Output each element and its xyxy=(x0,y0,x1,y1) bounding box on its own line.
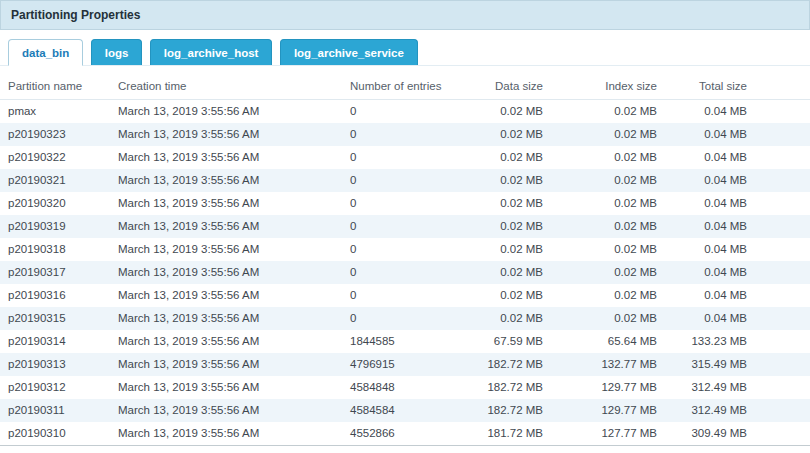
cell-data-size: 182.72 MB xyxy=(460,399,551,422)
cell-data-size: 0.02 MB xyxy=(460,238,551,261)
table-row: p20190317 March 13, 2019 3:55:56 AM 0 0.… xyxy=(0,261,810,284)
table-row: p20190311 March 13, 2019 3:55:56 AM 4584… xyxy=(0,399,810,422)
cell-creation-time: March 13, 2019 3:55:56 AM xyxy=(110,169,342,192)
cell-index-size: 0.02 MB xyxy=(551,100,665,124)
cell-creation-time: March 13, 2019 3:55:56 AM xyxy=(110,238,342,261)
cell-data-size: 0.02 MB xyxy=(460,261,551,284)
tab-bar: data_bin logs log_archive_host log_archi… xyxy=(0,39,810,66)
cell-partition-name: p20190319 xyxy=(0,215,110,238)
cell-number-of-entries: 4552866 xyxy=(342,422,460,446)
cell-total-size: 0.04 MB xyxy=(665,169,810,192)
cell-index-size: 0.02 MB xyxy=(551,307,665,330)
col-header-index-size: Index size xyxy=(551,72,665,100)
cell-creation-time: March 13, 2019 3:55:56 AM xyxy=(110,399,342,422)
cell-creation-time: March 13, 2019 3:55:56 AM xyxy=(110,330,342,353)
cell-total-size: 0.04 MB xyxy=(665,261,810,284)
cell-partition-name: p20190313 xyxy=(0,353,110,376)
cell-number-of-entries: 0 xyxy=(342,100,460,124)
cell-creation-time: March 13, 2019 3:55:56 AM xyxy=(110,123,342,146)
col-header-total-size: Total size xyxy=(665,72,810,100)
cell-index-size: 129.77 MB xyxy=(551,376,665,399)
cell-data-size: 67.59 MB xyxy=(460,330,551,353)
col-header-partition-name: Partition name xyxy=(0,72,110,100)
partitioning-properties-panel: Partitioning Properties data_bin logs lo… xyxy=(0,0,810,453)
table-row: p20190313 March 13, 2019 3:55:56 AM 4796… xyxy=(0,353,810,376)
cell-total-size: 133.23 MB xyxy=(665,330,810,353)
cell-creation-time: March 13, 2019 3:55:56 AM xyxy=(110,284,342,307)
cell-total-size: 0.04 MB xyxy=(665,146,810,169)
col-header-number-of-entries: Number of entries xyxy=(342,72,460,100)
cell-creation-time: March 13, 2019 3:55:56 AM xyxy=(110,261,342,284)
cell-total-size: 312.49 MB xyxy=(665,376,810,399)
cell-number-of-entries: 0 xyxy=(342,284,460,307)
cell-index-size: 0.02 MB xyxy=(551,284,665,307)
cell-number-of-entries: 4796915 xyxy=(342,353,460,376)
cell-number-of-entries: 0 xyxy=(342,192,460,215)
cell-index-size: 65.64 MB xyxy=(551,330,665,353)
cell-creation-time: March 13, 2019 3:55:56 AM xyxy=(110,422,342,446)
cell-data-size: 182.72 MB xyxy=(460,353,551,376)
cell-number-of-entries: 0 xyxy=(342,238,460,261)
cell-data-size: 0.02 MB xyxy=(460,100,551,124)
tab-data-bin[interactable]: data_bin xyxy=(8,39,83,66)
cell-index-size: 0.02 MB xyxy=(551,123,665,146)
cell-number-of-entries: 0 xyxy=(342,307,460,330)
cell-data-size: 182.72 MB xyxy=(460,376,551,399)
cell-partition-name: p20190314 xyxy=(0,330,110,353)
cell-total-size: 0.04 MB xyxy=(665,192,810,215)
cell-data-size: 181.72 MB xyxy=(460,422,551,446)
cell-total-size: 312.49 MB xyxy=(665,399,810,422)
cell-number-of-entries: 1844585 xyxy=(342,330,460,353)
cell-data-size: 0.02 MB xyxy=(460,169,551,192)
cell-total-size: 0.04 MB xyxy=(665,284,810,307)
cell-index-size: 132.77 MB xyxy=(551,353,665,376)
cell-data-size: 0.02 MB xyxy=(460,307,551,330)
cell-index-size: 0.02 MB xyxy=(551,146,665,169)
cell-index-size: 0.02 MB xyxy=(551,238,665,261)
partition-table-container: Partition name Creation time Number of e… xyxy=(0,66,810,446)
cell-number-of-entries: 0 xyxy=(342,146,460,169)
panel-title: Partitioning Properties xyxy=(0,0,810,30)
cell-total-size: 0.04 MB xyxy=(665,238,810,261)
cell-index-size: 0.02 MB xyxy=(551,169,665,192)
cell-partition-name: p20190321 xyxy=(0,169,110,192)
cell-creation-time: March 13, 2019 3:55:56 AM xyxy=(110,146,342,169)
cell-number-of-entries: 0 xyxy=(342,215,460,238)
cell-data-size: 0.02 MB xyxy=(460,215,551,238)
table-row: p20190319 March 13, 2019 3:55:56 AM 0 0.… xyxy=(0,215,810,238)
cell-total-size: 0.04 MB xyxy=(665,123,810,146)
cell-creation-time: March 13, 2019 3:55:56 AM xyxy=(110,307,342,330)
col-header-creation-time: Creation time xyxy=(110,72,342,100)
cell-partition-name: p20190318 xyxy=(0,238,110,261)
cell-partition-name: p20190311 xyxy=(0,399,110,422)
cell-partition-name: p20190310 xyxy=(0,422,110,446)
cell-number-of-entries: 0 xyxy=(342,123,460,146)
table-row: p20190321 March 13, 2019 3:55:56 AM 0 0.… xyxy=(0,169,810,192)
cell-total-size: 309.49 MB xyxy=(665,422,810,446)
table-row: p20190323 March 13, 2019 3:55:56 AM 0 0.… xyxy=(0,123,810,146)
cell-index-size: 127.77 MB xyxy=(551,422,665,446)
cell-data-size: 0.02 MB xyxy=(460,123,551,146)
cell-index-size: 0.02 MB xyxy=(551,192,665,215)
cell-number-of-entries: 0 xyxy=(342,169,460,192)
cell-partition-name: p20190317 xyxy=(0,261,110,284)
table-row: p20190316 March 13, 2019 3:55:56 AM 0 0.… xyxy=(0,284,810,307)
tab-log-archive-service[interactable]: log_archive_service xyxy=(280,39,418,65)
table-row: p20190312 March 13, 2019 3:55:56 AM 4584… xyxy=(0,376,810,399)
cell-data-size: 0.02 MB xyxy=(460,146,551,169)
tab-logs[interactable]: logs xyxy=(91,39,143,65)
cell-creation-time: March 13, 2019 3:55:56 AM xyxy=(110,376,342,399)
cell-partition-name: pmax xyxy=(0,100,110,124)
tab-log-archive-host[interactable]: log_archive_host xyxy=(150,39,273,65)
cell-total-size: 0.04 MB xyxy=(665,215,810,238)
partition-table: Partition name Creation time Number of e… xyxy=(0,72,810,446)
cell-number-of-entries: 0 xyxy=(342,261,460,284)
table-header-row: Partition name Creation time Number of e… xyxy=(0,72,810,100)
cell-index-size: 0.02 MB xyxy=(551,215,665,238)
cell-partition-name: p20190320 xyxy=(0,192,110,215)
cell-index-size: 0.02 MB xyxy=(551,261,665,284)
table-row: p20190310 March 13, 2019 3:55:56 AM 4552… xyxy=(0,422,810,446)
cell-partition-name: p20190312 xyxy=(0,376,110,399)
cell-creation-time: March 13, 2019 3:55:56 AM xyxy=(110,215,342,238)
cell-partition-name: p20190322 xyxy=(0,146,110,169)
